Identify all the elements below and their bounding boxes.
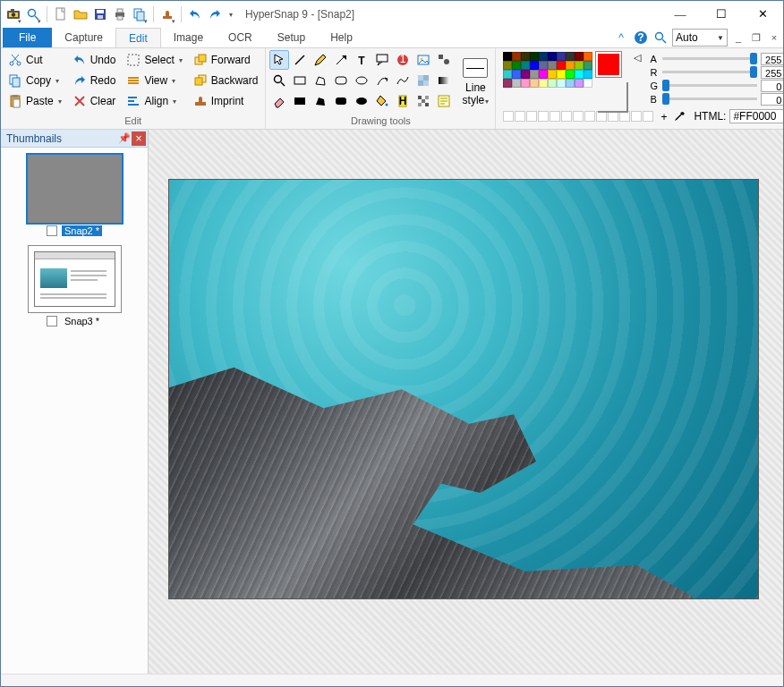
tool-text[interactable]: T [352, 50, 371, 70]
copy-button[interactable]: Copy▾ [4, 71, 65, 90]
custom-swatch[interactable] [643, 111, 653, 122]
thumb-checkbox[interactable] [47, 225, 57, 236]
tool-pencil[interactable] [311, 50, 330, 70]
tool-rect[interactable] [290, 71, 310, 90]
new-icon[interactable] [52, 5, 70, 23]
view-button[interactable]: View▾ [123, 71, 185, 90]
select-button[interactable]: Select▾ [123, 50, 185, 70]
minimize-button[interactable]: — [660, 1, 701, 28]
tool-blur[interactable] [413, 71, 433, 90]
color-palette[interactable] [503, 52, 592, 106]
custom-swatch[interactable] [584, 111, 595, 122]
tab-setup[interactable]: Setup [265, 28, 318, 47]
palette-swatch[interactable] [530, 61, 539, 70]
custom-swatch[interactable] [550, 111, 560, 122]
tool-arrow[interactable] [331, 50, 351, 70]
mdi-close[interactable]: × [767, 30, 781, 45]
palette-swatch[interactable] [548, 70, 557, 79]
qat-dropdown-icon[interactable]: ▾ [226, 5, 236, 23]
stamp-icon[interactable]: ▾ [158, 5, 176, 23]
palette-swatch[interactable] [575, 61, 584, 70]
palette-swatch[interactable] [539, 70, 548, 79]
help-icon[interactable]: ? [633, 30, 649, 46]
close-panel-icon[interactable]: × [132, 131, 146, 146]
custom-swatch[interactable] [538, 111, 549, 122]
mdi-minimize[interactable]: _ [731, 30, 746, 45]
custom-swatch[interactable] [526, 111, 537, 122]
palette-swatch[interactable] [503, 79, 512, 88]
tool-number[interactable]: 1 [393, 50, 413, 70]
value-a[interactable]: 255 [761, 53, 784, 65]
tool-eraser[interactable] [269, 91, 289, 111]
tool-fillroundrect[interactable] [331, 91, 351, 111]
slider-r[interactable] [662, 71, 757, 73]
search-icon[interactable]: ▾ [24, 5, 42, 23]
tool-pointer[interactable] [269, 50, 289, 70]
palette-swatch[interactable] [575, 70, 584, 79]
zoom-icon[interactable] [652, 30, 669, 46]
palette-swatch[interactable] [557, 70, 566, 79]
palette-swatch[interactable] [503, 52, 512, 61]
tab-capture[interactable]: Capture [52, 28, 115, 47]
palette-swatch[interactable] [530, 70, 539, 79]
save-icon[interactable] [91, 5, 109, 23]
pin-icon[interactable]: 📌 [117, 131, 132, 146]
slider-b[interactable] [662, 98, 757, 100]
palette-swatch[interactable] [530, 79, 539, 88]
tab-image[interactable]: Image [161, 28, 216, 47]
palette-swatch[interactable] [521, 79, 530, 88]
palette-swatch[interactable] [557, 52, 566, 61]
palette-swatch[interactable] [557, 61, 566, 70]
backward-button[interactable]: Backward [190, 71, 262, 90]
align-button[interactable]: Align▾ [123, 91, 185, 111]
palette-swatch[interactable] [530, 52, 539, 61]
cut-button[interactable]: Cut [4, 50, 65, 70]
palette-swatch[interactable] [584, 70, 592, 79]
palette-swatch[interactable] [521, 61, 530, 70]
swap-icon[interactable]: ◁ [634, 52, 641, 64]
palette-swatch[interactable] [539, 61, 548, 70]
forward-button[interactable]: Forward [190, 50, 262, 70]
thumb-checkbox[interactable] [47, 316, 57, 327]
custom-swatch[interactable] [503, 111, 514, 122]
tool-zoom[interactable] [269, 71, 289, 90]
palette-swatch[interactable] [548, 79, 557, 88]
imprint-button[interactable]: Imprint [190, 91, 262, 111]
palette-swatch[interactable] [575, 79, 584, 88]
palette-swatch[interactable] [503, 61, 512, 70]
maximize-button[interactable]: ☐ [701, 1, 742, 28]
slider-g[interactable] [662, 84, 757, 87]
tab-help[interactable]: Help [318, 28, 365, 47]
palette-swatch[interactable] [566, 61, 575, 70]
palette-swatch[interactable] [512, 52, 521, 61]
palette-swatch[interactable] [512, 61, 521, 70]
tool-fillrect[interactable] [290, 91, 310, 111]
zoom-select[interactable]: Auto▼ [672, 29, 728, 47]
html-input[interactable]: #FF0000 [729, 109, 784, 123]
palette-swatch[interactable] [539, 52, 548, 61]
palette-swatch[interactable] [512, 79, 521, 88]
redo-qat-icon[interactable] [206, 5, 224, 23]
tool-gradient[interactable] [434, 71, 454, 90]
tab-edit[interactable]: Edit [115, 28, 161, 47]
mdi-restore[interactable]: ❐ [749, 30, 763, 45]
tab-ocr[interactable]: OCR [216, 28, 265, 47]
tool-fillellipse[interactable] [352, 91, 371, 111]
palette-swatch[interactable] [575, 52, 584, 61]
thumbnail-item[interactable]: Snap2 * [25, 155, 124, 236]
tool-callout[interactable] [372, 50, 392, 70]
slider-a[interactable] [662, 57, 757, 60]
custom-swatch[interactable] [573, 111, 584, 122]
undo-qat-icon[interactable] [186, 5, 204, 23]
palette-swatch[interactable] [521, 52, 530, 61]
linestyle-button[interactable]: Line style▾ [459, 50, 491, 114]
palette-swatch[interactable] [566, 70, 575, 79]
custom-swatches[interactable] [503, 111, 653, 122]
tool-highlight[interactable]: H [393, 91, 413, 111]
tool-ellipse[interactable] [352, 71, 371, 90]
eyedropper-icon[interactable] [672, 110, 686, 124]
tool-fill[interactable] [372, 91, 392, 111]
value-g[interactable]: 0 [761, 80, 784, 92]
custom-swatch[interactable] [515, 111, 525, 122]
custom-swatch[interactable] [561, 111, 572, 122]
